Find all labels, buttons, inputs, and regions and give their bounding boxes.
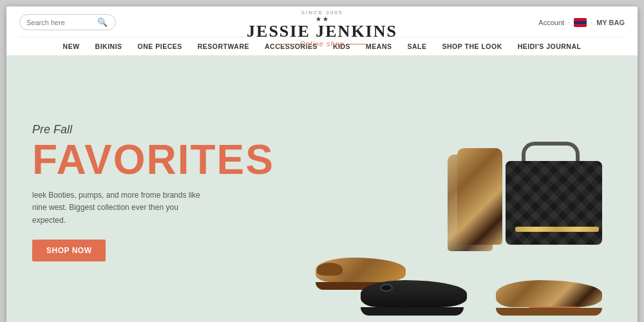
- nav-item-new[interactable]: NEW: [63, 43, 80, 50]
- flat-sole-3: [496, 308, 602, 316]
- nav-item-shopthelook[interactable]: SHOP THE LOOK: [442, 43, 502, 50]
- hero-pre-title: Pre Fall: [32, 123, 274, 137]
- shop-now-button[interactable]: Shop Now: [32, 240, 106, 261]
- hero-content: Pre Fall FAVORITES leek Booties, pumps, …: [6, 104, 300, 281]
- search-icon[interactable]: 🔍: [97, 17, 108, 27]
- header-top: 🔍 SINCE 2005 ★ ★ JESSIE JENKINS Online s…: [19, 14, 625, 30]
- nav-item-heidisjournal[interactable]: HEIDI'S JOURNAL: [518, 43, 582, 50]
- account-link[interactable]: Account: [538, 19, 564, 26]
- nav-item-sale[interactable]: SALE: [407, 43, 426, 50]
- flat-toe-1: [317, 263, 343, 276]
- header-right: Account · · MY BAG: [538, 18, 625, 27]
- search-bar[interactable]: 🔍: [19, 14, 116, 30]
- flag-icon: [574, 18, 587, 27]
- leopard-flat-right: [496, 280, 612, 316]
- flat-bow: [380, 284, 393, 292]
- hero-banner: Pre Fall FAVORITES leek Booties, pumps, …: [6, 56, 638, 322]
- nav-item-bikinis[interactable]: BIKINIS: [95, 43, 122, 50]
- boot-shape-front: [457, 148, 502, 245]
- page-wrapper: 🔍 SINCE 2005 ★ ★ JESSIE JENKINS Online s…: [6, 6, 638, 322]
- hero-description: leek Booties, pumps, and more frome bran…: [32, 189, 213, 227]
- logo: SINCE 2005 ★ ★ JESSIE JENKINS Online sho…: [247, 10, 397, 48]
- logo-since: SINCE 2005: [247, 10, 397, 15]
- flat-upper-3: [496, 280, 602, 307]
- my-bag-link[interactable]: MY BAG: [596, 19, 625, 26]
- dot-separator: ·: [568, 19, 570, 26]
- nav-item-resortware[interactable]: RESORTWARE: [198, 43, 249, 50]
- flat-upper-2: [361, 280, 467, 307]
- bag-chain: [515, 227, 599, 232]
- hero-title: FAVORITES: [32, 139, 274, 180]
- logo-name[interactable]: JESSIE JENKINS: [247, 23, 397, 40]
- flat-sole-2: [361, 307, 464, 316]
- logo-subtitle: Online shop: [247, 40, 397, 48]
- search-input[interactable]: [26, 19, 97, 26]
- header: 🔍 SINCE 2005 ★ ★ JESSIE JENKINS Online s…: [6, 6, 638, 56]
- nav-item-onepieces[interactable]: ONE PIECES: [138, 43, 182, 50]
- hero-product-images: [296, 135, 618, 322]
- bag-body: [506, 161, 602, 245]
- dot-separator2: ·: [591, 19, 592, 26]
- handbag-image: [502, 142, 605, 245]
- black-ballet-flat: [361, 280, 477, 316]
